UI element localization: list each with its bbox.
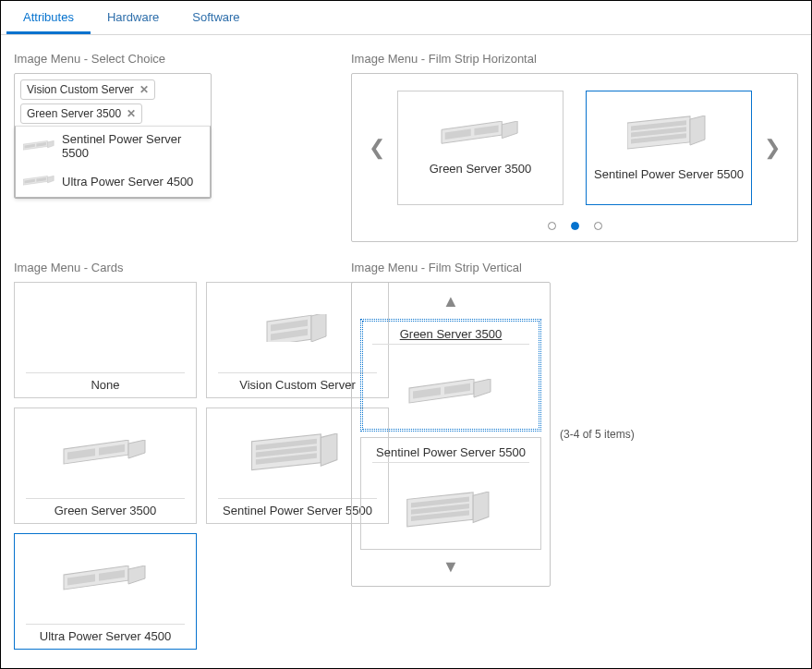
pagination-dot[interactable]: [594, 222, 602, 230]
pagination-dot[interactable]: [571, 222, 579, 230]
dropdown-option[interactable]: Ultra Power Server 4500: [16, 165, 210, 197]
server-icon: [627, 116, 710, 152]
dropdown-option-label: Sentinel Power Server 5500: [62, 132, 202, 160]
chip-remove-icon[interactable]: ✕: [139, 83, 149, 96]
chip[interactable]: Green Server 3500✕: [20, 103, 142, 124]
tab-attributes[interactable]: Attributes: [6, 1, 91, 34]
card-label: None: [91, 378, 119, 392]
select-choice-section: Image Menu - Select Choice Vision Custom…: [14, 52, 342, 242]
card-item[interactable]: Ultra Power Server 4500: [14, 533, 197, 650]
pagination-dot[interactable]: [548, 222, 556, 230]
card-label: Green Server 3500: [55, 504, 157, 517]
select-choice-box[interactable]: Vision Custom Server✕Green Server 3500✕ …: [14, 73, 212, 199]
card-label: Sentinel Power Server 5500: [223, 504, 372, 517]
filmstrip-prev-button[interactable]: ❮: [365, 136, 389, 160]
filmstrip-vertical: ▲ Green Server 3500 Sentinel Power Serve…: [351, 282, 551, 587]
filmstrip-h-section: Image Menu - Film Strip Horizontal ❮ Gre…: [351, 52, 798, 242]
filmstrip-card[interactable]: Sentinel Power Server 5500: [586, 91, 752, 205]
select-choice-dropdown: Sentinel Power Server 5500 Ultra Power S…: [15, 126, 211, 198]
filmstrip-v-count: (3-4 of 5 items): [560, 428, 635, 441]
filmstrip-v-title: Image Menu - Film Strip Vertical: [351, 261, 798, 274]
filmstrip-horizontal: ❮ Green Server 3500 Sentinel Power Serve…: [351, 73, 798, 242]
filmstrip-v-down-button[interactable]: ▼: [441, 555, 461, 578]
select-choice-title: Image Menu - Select Choice: [14, 52, 342, 66]
filmstrip-v-card[interactable]: Green Server 3500: [360, 319, 541, 432]
cards-title: Image Menu - Cards: [14, 261, 342, 274]
card-item[interactable]: None: [14, 282, 197, 398]
card-image: [15, 283, 196, 372]
filmstrip-h-title: Image Menu - Film Strip Horizontal: [351, 52, 798, 66]
filmstrip-card[interactable]: Green Server 3500: [397, 91, 564, 205]
tab-bar: AttributesHardwareSoftware: [1, 1, 811, 35]
cards-section: Image Menu - Cards None Vision Custom Se…: [14, 261, 342, 650]
filmstrip-v-section: Image Menu - Film Strip Vertical ▲ Green…: [351, 261, 798, 650]
filmstrip-v-card[interactable]: Sentinel Power Server 5500: [360, 437, 541, 550]
card-item[interactable]: Green Server 3500: [14, 407, 197, 524]
card-label: Ultra Power Server 4500: [40, 629, 171, 643]
card-image: [15, 408, 196, 498]
server-icon: [23, 171, 55, 191]
filmstrip-v-card-label: Green Server 3500: [400, 327, 503, 341]
filmstrip-card-label: Green Server 3500: [430, 162, 532, 176]
card-label: Vision Custom Server: [239, 378, 355, 392]
dropdown-option[interactable]: Sentinel Power Server 5500: [16, 127, 210, 165]
filmstrip-card-label: Sentinel Power Server 5500: [594, 167, 744, 181]
card-image: [15, 534, 196, 624]
server-icon: [406, 472, 495, 549]
chip[interactable]: Vision Custom Server✕: [20, 79, 155, 100]
dropdown-option-label: Ultra Power Server 4500: [62, 175, 193, 189]
server-icon: [439, 121, 522, 147]
filmstrip-v-card-label: Sentinel Power Server 5500: [376, 445, 526, 459]
tab-hardware[interactable]: Hardware: [91, 1, 176, 34]
tab-software[interactable]: Software: [176, 1, 256, 34]
filmstrip-next-button[interactable]: ❯: [760, 136, 784, 160]
chip-remove-icon[interactable]: ✕: [127, 107, 136, 120]
server-icon: [406, 354, 495, 431]
filmstrip-v-up-button[interactable]: ▲: [441, 290, 461, 313]
server-icon: [23, 136, 55, 156]
